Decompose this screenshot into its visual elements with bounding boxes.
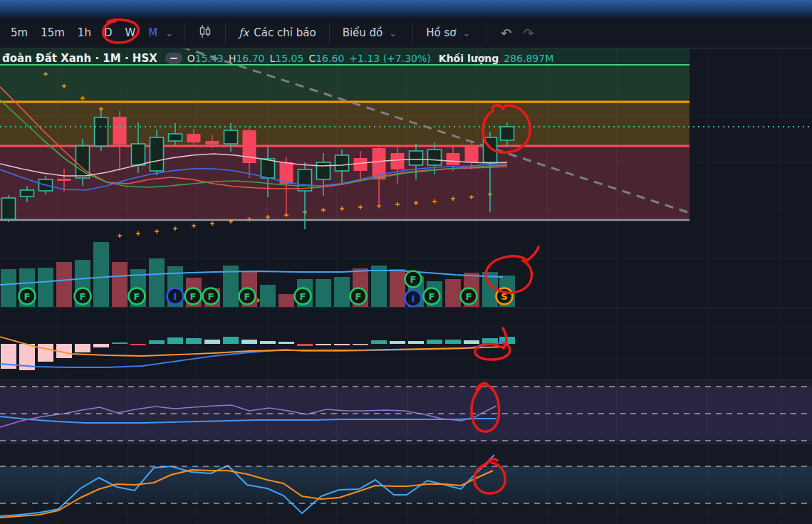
svg-text:F: F <box>134 291 140 302</box>
close-value: C16.60 <box>308 53 344 64</box>
svg-text:F: F <box>190 291 197 302</box>
svg-text:F: F <box>80 291 86 302</box>
svg-text:F: F <box>208 291 214 302</box>
redo-button[interactable]: ↷ <box>517 26 539 41</box>
chevron-down-icon: ⌄ <box>386 26 400 40</box>
profile-menu-button[interactable]: Hồ sơ ⌄ <box>422 23 477 43</box>
change-value: +1.13 (+7.30%) <box>349 53 430 64</box>
candlestick-chart-icon <box>198 23 212 42</box>
fx-indicators-icon: ƒx <box>239 26 249 39</box>
toolbar-divider <box>486 23 486 42</box>
low-value: L15.05 <box>270 53 304 64</box>
chart-menu-label: Biểu đồ <box>343 26 383 39</box>
trading-app-window: 5m15m1hDWM ⌄ ƒx Các chỉ báo Biểu đồ ⌄ <box>0 0 812 524</box>
chart-toolbar: 5m15m1hDWM ⌄ ƒx Các chỉ báo Biểu đồ ⌄ <box>0 18 812 48</box>
svg-text:F: F <box>466 291 472 302</box>
svg-text:I: I <box>412 293 415 304</box>
price-chart-canvas[interactable]: FFFIFFFFFFIFFS <box>0 0 812 524</box>
high-value: H16.70 <box>229 53 265 64</box>
timeframe-5m-button[interactable]: 5m <box>4 23 34 42</box>
svg-text:F: F <box>355 291 362 302</box>
chart-type-button[interactable] <box>194 21 217 45</box>
svg-text:F: F <box>410 274 417 285</box>
timeframe-group: 5m15m1hDWM <box>4 23 164 42</box>
volume-label: Khối lượng <box>439 53 499 64</box>
toolbar-divider <box>329 23 330 42</box>
svg-text:F: F <box>429 291 435 302</box>
chevron-down-icon: ⌄ <box>459 26 473 40</box>
indicators-button[interactable]: ƒx Các chỉ báo <box>234 23 320 42</box>
svg-text:F: F <box>24 291 31 302</box>
symbol-title: đoàn Đất Xanh · 1M · HSX <box>2 52 157 65</box>
toolbar-divider <box>184 23 185 42</box>
svg-text:F: F <box>244 291 251 302</box>
timeframe-menu-button[interactable]: ⌄ <box>162 26 176 40</box>
redo-arrow-icon: ↷ <box>523 26 533 41</box>
timeframe-15m-button[interactable]: 15m <box>34 23 71 42</box>
minus-icon <box>170 58 177 59</box>
chart-menu-button[interactable]: Biểu đồ ⌄ <box>338 23 405 43</box>
profile-menu-label: Hồ sơ <box>426 26 456 39</box>
timeframe-d-button[interactable]: D <box>98 23 119 42</box>
indicators-button-label: Các chỉ báo <box>254 26 316 39</box>
svg-text:S: S <box>501 291 507 302</box>
symbol-legend: đoàn Đất Xanh · 1M · HSX O15.43 H16.70 L… <box>2 51 553 66</box>
timeframe-m-button[interactable]: M <box>142 23 164 42</box>
chevron-down-icon: ⌄ <box>165 28 173 38</box>
collapse-legend-button[interactable] <box>165 53 182 64</box>
timeframe-w-button[interactable]: W <box>118 23 142 42</box>
svg-text:F: F <box>300 291 306 302</box>
undo-arrow-icon: ↶ <box>501 26 511 41</box>
toolbar-divider <box>412 23 413 42</box>
volume-value: 286.897M <box>504 53 553 64</box>
toolbar-divider <box>225 23 226 42</box>
svg-text:I: I <box>174 291 177 302</box>
open-value: O15.43 <box>187 53 224 64</box>
timeframe-1h-button[interactable]: 1h <box>71 23 98 42</box>
undo-button[interactable]: ↶ <box>495 26 517 41</box>
